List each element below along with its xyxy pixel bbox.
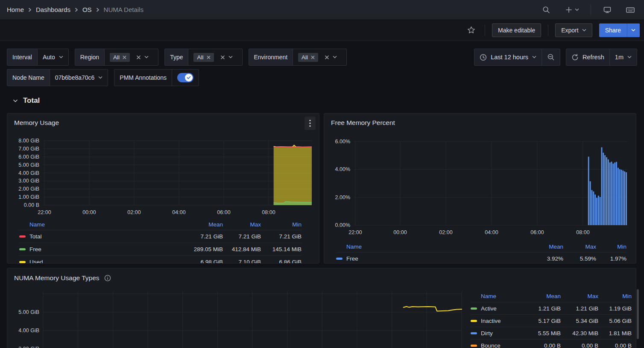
zoom-out-button[interactable] [542, 49, 560, 65]
legend-header-mean[interactable]: Mean [525, 244, 563, 250]
legend-header-mean[interactable]: Mean [522, 293, 561, 299]
panel-numa-memory-usage-types: NUMA Memory Usage Types 5.00 GiB4.00 GiB… [7, 268, 636, 348]
legend-header-max[interactable]: Max [563, 244, 596, 250]
region-select[interactable]: All [105, 49, 158, 65]
panel-header[interactable]: NUMA Memory Usage Types [7, 268, 636, 288]
time-range-picker[interactable]: Last 12 hours [474, 49, 542, 65]
chevron-down-icon[interactable] [144, 55, 149, 59]
legend-header-name[interactable]: Name [19, 221, 184, 228]
pmm-annotations-toggle[interactable] [177, 73, 193, 82]
chevron-down-icon [575, 8, 579, 12]
interval-value: Auto [43, 54, 55, 61]
memory-usage-chart[interactable]: 8.00 GiB7.00 GiB6.00 GiB5.00 GiB4.00 GiB… [7, 132, 319, 218]
legend-header-min[interactable]: Min [261, 221, 302, 228]
section-total-toggle[interactable]: Total [13, 96, 40, 105]
nav-divider [591, 5, 591, 15]
make-editable-button[interactable]: Make editable [492, 23, 541, 37]
clear-all-icon[interactable] [220, 55, 225, 60]
legend-series-active[interactable]: Active [471, 305, 522, 312]
type-select[interactable]: All [188, 49, 242, 65]
clear-all-icon[interactable] [136, 55, 141, 60]
share-dropdown-button[interactable] [627, 23, 640, 37]
refresh-interval-select[interactable]: 1m [609, 49, 637, 65]
info-icon[interactable] [104, 275, 111, 281]
svg-text:06:00: 06:00 [217, 209, 230, 215]
legend-header-mean[interactable]: Mean [184, 221, 223, 228]
breadcrumb-dashboards[interactable]: Dashboards [36, 6, 70, 13]
legend-row-free: Free 3.92% 5.59% 1.97% [336, 252, 626, 264]
monitor-icon[interactable] [600, 3, 614, 17]
panel-memory-usage: Memory Usage 8.00 GiB7.00 GiB6.00 GiB5.0… [7, 113, 319, 264]
region-filter: Region All [75, 49, 158, 66]
dashboard-scrollbar[interactable] [637, 289, 639, 339]
legend-header-min[interactable]: Min [596, 244, 626, 250]
svg-text:4.00 GiB: 4.00 GiB [18, 170, 39, 176]
legend-row-active: Active 1.21 GiB 1.21 GiB 1.19 GiB [471, 302, 632, 315]
environment-chip-label: All [302, 54, 308, 61]
share-button[interactable]: Share [599, 23, 627, 37]
environment-select[interactable]: All [293, 49, 346, 65]
environment-chip-all[interactable]: All [298, 53, 318, 62]
remove-chip-icon[interactable] [207, 55, 211, 59]
search-icon[interactable] [539, 3, 553, 17]
keyboard-icon[interactable] [624, 3, 637, 17]
legend-header-name[interactable]: Name [336, 244, 525, 250]
svg-text:08:00: 08:00 [262, 209, 275, 215]
numa-legend: Name Mean Max Min Active 1.21 GiB 1.21 G… [471, 290, 632, 348]
add-menu-button[interactable] [562, 3, 581, 17]
legend-row-dirty: Dirty 5.55 MiB 42.30 MiB 1.81 MiB [471, 327, 632, 339]
node-name-select[interactable]: 07b6be8a70c6 [50, 70, 108, 86]
svg-text:06:00: 06:00 [530, 229, 544, 235]
chevron-right-icon [28, 8, 32, 12]
legend-series-free[interactable]: Free [19, 246, 184, 252]
type-chip-all[interactable]: All [193, 53, 214, 62]
legend-series-free[interactable]: Free [336, 255, 525, 262]
clock-icon [480, 54, 487, 61]
series-mean: 7.21 GiB [184, 233, 223, 240]
interval-label: Interval [7, 49, 38, 65]
panel-menu-kebab-icon[interactable] [304, 116, 316, 130]
export-button[interactable]: Export [555, 23, 592, 37]
legend-series-used[interactable]: Used [19, 259, 184, 264]
legend-header-name[interactable]: Name [471, 293, 522, 299]
legend-header-min[interactable]: Min [598, 293, 632, 299]
legend-series-dirty[interactable]: Dirty [471, 330, 522, 336]
svg-text:5.00 GiB: 5.00 GiB [18, 309, 39, 315]
series-color-swatch [336, 258, 342, 260]
series-color-swatch [471, 320, 477, 322]
region-chip-all[interactable]: All [110, 53, 130, 62]
svg-text:2.00%: 2.00% [335, 194, 350, 200]
refresh-button[interactable]: Refresh [566, 49, 609, 65]
panel-header[interactable]: Free Memory Percent [324, 113, 636, 132]
series-name: Free [29, 246, 41, 252]
numa-memory-usage-chart[interactable]: 5.00 GiB4.00 GiB3.00 GiB [7, 289, 468, 348]
series-max: 7.21 GiB [223, 233, 261, 240]
type-chip-label: All [197, 54, 203, 61]
svg-text:8.00 GiB: 8.00 GiB [18, 138, 39, 144]
svg-text:3.00 GiB: 3.00 GiB [18, 346, 39, 348]
svg-text:04:00: 04:00 [172, 209, 185, 215]
breadcrumb-home[interactable]: Home [7, 6, 24, 13]
chevron-down-icon [98, 76, 102, 79]
remove-chip-icon[interactable] [123, 55, 126, 59]
clear-all-icon[interactable] [325, 55, 329, 60]
legend-series-bounce[interactable]: Bounce [471, 342, 522, 348]
legend-header-max[interactable]: Max [561, 293, 598, 299]
export-label: Export [561, 27, 578, 34]
node-name-filter: Node Name 07b6be8a70c6 [7, 69, 108, 86]
legend-header: Name Mean Max Min [336, 241, 626, 252]
legend-header-max[interactable]: Max [223, 221, 261, 228]
remove-chip-icon[interactable] [311, 55, 315, 59]
free-memory-percent-chart[interactable]: 6.00%4.00%2.00%0.00%22:0000:0002:0004:00… [324, 132, 636, 239]
breadcrumb: Home Dashboards OS NUMA Details [7, 6, 143, 13]
star-icon[interactable] [464, 23, 478, 37]
interval-select[interactable]: Auto [38, 49, 68, 65]
series-name: Total [29, 233, 42, 240]
chevron-down-icon[interactable] [333, 55, 337, 59]
breadcrumb-os[interactable]: OS [82, 6, 92, 13]
chevron-down-icon[interactable] [228, 55, 233, 59]
panel-header[interactable]: Memory Usage [7, 113, 319, 132]
legend-series-total[interactable]: Total [19, 233, 184, 240]
series-min: 6.86 GiB [261, 259, 302, 264]
legend-series-inactive[interactable]: Inactive [471, 318, 522, 324]
